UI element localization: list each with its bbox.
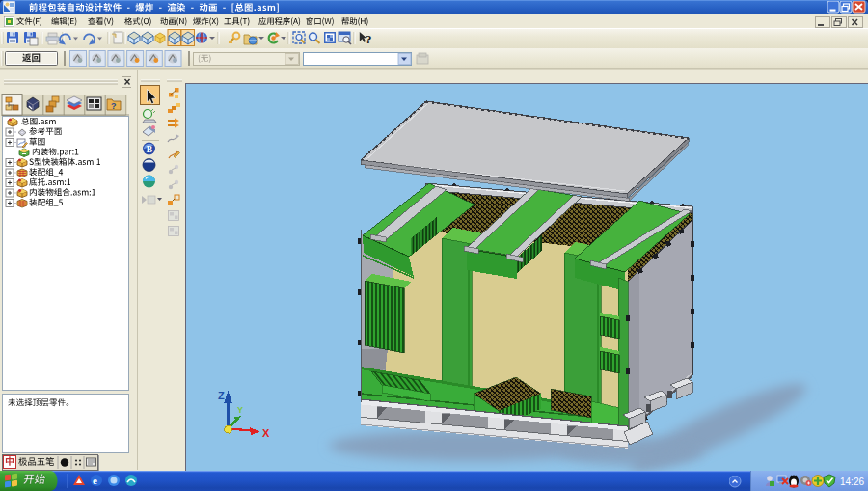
svg-text:X: X: [262, 427, 270, 439]
svg-text:?: ?: [366, 32, 372, 46]
svg-text:B: B: [147, 145, 153, 154]
svg-text:Y: Y: [237, 405, 243, 415]
svg-text:Z: Z: [218, 390, 225, 401]
svg-text:e: e: [93, 475, 97, 486]
